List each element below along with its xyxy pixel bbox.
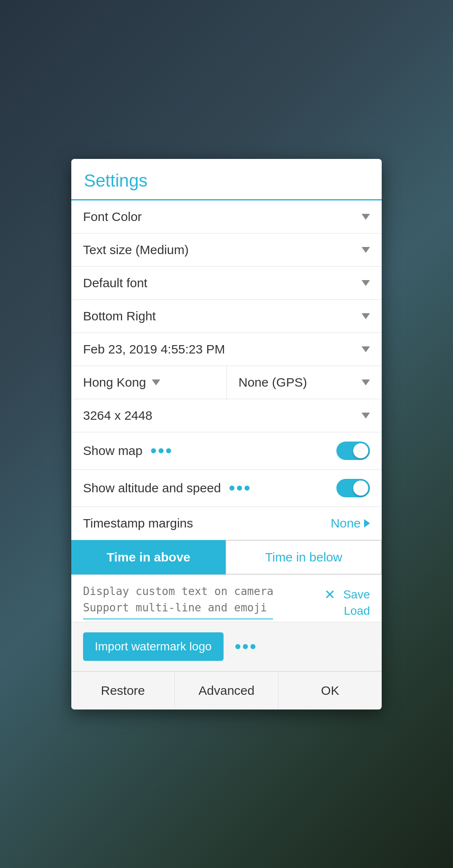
show-altitude-label: Show altitude and speed [83,481,221,495]
location-label: Hong Kong [83,375,146,390]
font-color-row[interactable]: Font Color [71,200,382,234]
show-map-dots[interactable] [151,448,171,453]
position-label: Bottom Right [83,309,156,323]
show-map-row: Show map [71,432,382,470]
chevron-down-icon [362,280,370,286]
ok-button[interactable]: OK [279,672,382,709]
datetime-row[interactable]: Feb 23, 2019 4:55:23 PM [71,333,382,366]
datetime-label: Feb 23, 2019 4:55:23 PM [83,342,225,356]
dot [245,486,250,491]
timestamp-margins-row[interactable]: Timestamp margins None [71,507,382,540]
settings-dialog: Settings Font Color Text size (Medium) D… [71,159,382,709]
timestamp-margins-value-group[interactable]: None [331,516,370,530]
text-size-row[interactable]: Text size (Medium) [71,234,382,267]
custom-text-input[interactable] [83,583,319,617]
load-text-button[interactable]: Load [344,604,370,618]
chevron-down-icon [362,247,370,253]
dot [235,644,240,649]
chevron-down-icon [152,379,160,385]
toggle-knob [353,443,368,458]
custom-text-section: ✕ Save Load [71,575,382,622]
location-field[interactable]: Hong Kong [71,366,227,399]
chevron-down-icon [362,313,370,319]
show-altitude-left: Show altitude and speed [83,481,250,495]
save-text-button[interactable]: Save [343,588,370,601]
chevron-down-icon [362,413,370,418]
font-color-label: Font Color [83,210,142,224]
timestamp-margins-label: Timestamp margins [83,516,193,530]
restore-button[interactable]: Restore [71,672,175,709]
dot [229,486,234,491]
show-altitude-row: Show altitude and speed [71,470,382,507]
toggle-knob [353,481,368,496]
tab-time-below[interactable]: Time in below [226,540,382,574]
chevron-right-icon [364,519,370,528]
dot [250,644,255,649]
gps-label: None (GPS) [239,375,307,390]
chevron-down-icon [362,214,370,220]
tab-time-above[interactable]: Time in above [71,540,226,574]
settings-list: Font Color Text size (Medium) Default fo… [71,200,382,671]
chevron-down-icon [362,346,370,352]
time-tab-switcher: Time in above Time in below [71,540,382,575]
location-gps-row: Hong Kong None (GPS) [71,366,382,399]
resolution-label: 3264 x 2448 [83,408,152,423]
show-map-left: Show map [83,444,171,458]
position-row[interactable]: Bottom Right [71,300,382,333]
show-map-label: Show map [83,444,143,458]
chevron-down-icon [362,379,370,385]
import-watermark-button[interactable]: Import watermark logo [83,632,224,661]
dot [166,448,171,453]
timestamp-margins-value: None [331,516,361,530]
advanced-button[interactable]: Advanced [175,672,279,709]
show-map-toggle[interactable] [336,442,370,460]
input-underline [83,619,273,619]
show-altitude-dots[interactable] [229,486,250,491]
dot [151,448,156,453]
resolution-row[interactable]: 3264 x 2448 [71,399,382,432]
gps-field[interactable]: None (GPS) [227,366,382,399]
clear-text-button[interactable]: ✕ [324,587,336,603]
dialog-header: Settings [71,159,382,200]
import-dots[interactable] [235,644,255,649]
dot [237,486,242,491]
import-watermark-row: Import watermark logo [71,622,382,671]
footer-buttons: Restore Advanced OK [71,671,382,709]
dot [243,644,248,649]
default-font-label: Default font [83,276,147,290]
text-size-label: Text size (Medium) [83,243,189,257]
show-altitude-toggle[interactable] [336,479,370,497]
dot [159,448,164,453]
default-font-row[interactable]: Default font [71,267,382,300]
dialog-title: Settings [84,171,148,190]
